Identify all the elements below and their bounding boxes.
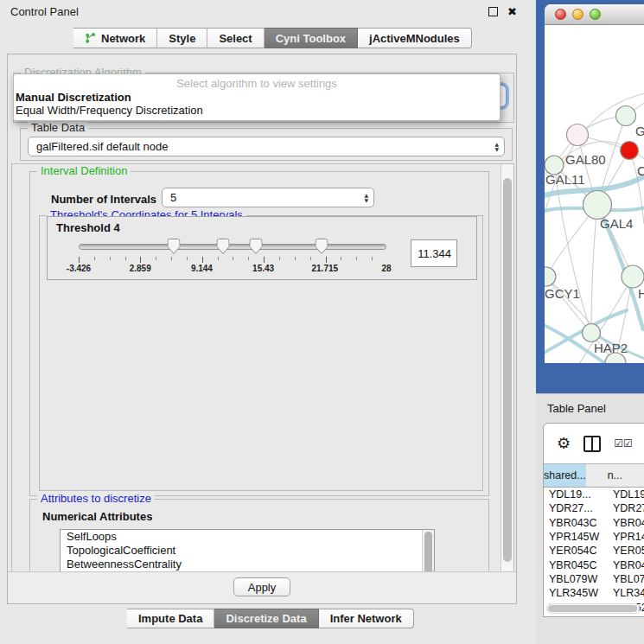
node-gal4[interactable] — [583, 191, 612, 220]
network-window-titlebar[interactable] — [545, 4, 644, 25]
close-panel-icon[interactable]: ✖ — [507, 6, 517, 17]
table-row[interactable]: YBR043C YBR043C — [544, 516, 644, 530]
thresholds-group: Threshold's Coordinates for 5 Intervals … — [39, 215, 483, 491]
tab-impute-data[interactable]: Impute Data — [127, 609, 214, 628]
node-hap2[interactable] — [583, 324, 601, 342]
node-label: GAL11 — [545, 172, 585, 187]
float-window-icon[interactable] — [488, 7, 498, 16]
apply-bar: Apply — [8, 571, 516, 603]
vertical-scrollbar-thumb[interactable] — [503, 178, 512, 562]
top-tab-bar: Network Style — [73, 28, 472, 48]
dropdown-option[interactable]: Manual Discretization — [14, 91, 500, 104]
table-row[interactable]: YDR27... YDR27... — [544, 501, 644, 515]
list-scrollbar-thumb[interactable] — [424, 532, 432, 574]
combo-arrows-icon: ▲▼ — [494, 142, 499, 151]
node-label: GAL80 — [565, 152, 606, 167]
table-toolbar: ⚙ ☑☑ — [544, 424, 644, 463]
select-columns-icon[interactable]: ☑☑ — [614, 437, 633, 450]
list-scrollbar[interactable] — [422, 530, 434, 574]
cyni-toolbox-panel: Discretization Algorithm ▲▼ Select algor… — [7, 54, 517, 604]
list-item[interactable]: TopologicalCoefficient — [61, 544, 434, 558]
table-panel-body: ⚙ ☑☑ shared... n... Y — [543, 423, 644, 617]
node-h[interactable] — [622, 265, 644, 288]
tab-infer-network[interactable]: Infer Network — [319, 609, 414, 628]
dropdown-options: Manual Discretization Equal Width/Freque… — [14, 91, 500, 117]
table-header: shared... n... — [544, 463, 644, 488]
vertical-scrollbar[interactable] — [501, 164, 513, 573]
table-row[interactable]: YLR345W YLR345W — [544, 586, 644, 600]
horizontal-scrollbar-thumb[interactable] — [548, 605, 637, 612]
numerical-attributes-list[interactable]: SelfLoops TopologicalCoefficient Between… — [60, 529, 435, 574]
group-title-attributes: Attributes to discretize — [37, 492, 155, 505]
threshold-label: Threshold 4 — [56, 221, 120, 234]
node-label-partial: C — [637, 163, 644, 178]
settings-scrollpane: Interval Definition Number of Intervals … — [11, 163, 514, 574]
node-gal80[interactable] — [567, 124, 589, 146]
zoom-window-button[interactable] — [590, 9, 601, 20]
columns-icon[interactable] — [583, 436, 601, 452]
table-row[interactable]: YPR145W YPR145W — [544, 530, 644, 544]
table-row[interactable]: YBR045C YBR045C — [544, 558, 644, 571]
bottom-tab-bar: Impute Data Discretize Data Infer Networ… — [127, 609, 414, 628]
tab-network[interactable]: Network — [73, 28, 157, 48]
minimize-window-button[interactable] — [572, 9, 583, 20]
tab-select[interactable]: Select — [207, 28, 264, 48]
app-root: Control Panel ✖ Net — [0, 0, 644, 644]
node-label: GCY1 — [545, 286, 580, 301]
dropdown-hint: Select algorithm to view settings — [14, 77, 500, 91]
node-label-partial: G — [635, 124, 644, 138]
table-row[interactable]: YDL19... YDL19... — [544, 488, 644, 501]
close-window-button[interactable] — [555, 9, 566, 20]
group-title-table-data: Table Data — [28, 121, 88, 134]
dropdown-option[interactable]: Equal Width/Frequency Discretization — [14, 104, 500, 117]
panel-title: Control Panel — [10, 5, 79, 18]
tab-discretize-data[interactable]: Discretize Data — [214, 609, 318, 628]
network-canvas[interactable]: GAL80 GAL11 GAL4 GCY1 HAP2 G C H — [545, 25, 644, 363]
node-label-partial: H — [638, 286, 644, 301]
table-data-combobox[interactable]: galFiltered.sif default node ▲▼ — [28, 137, 505, 156]
network-tab-icon — [85, 32, 96, 44]
node-label: GAL4 — [600, 216, 633, 231]
attributes-group: Attributes to discretize Numerical Attri… — [29, 499, 489, 574]
gear-icon[interactable]: ⚙ — [557, 436, 571, 451]
table-data-group: Table Data galFiltered.sif default node … — [20, 128, 513, 161]
node-selected-red[interactable] — [621, 142, 639, 160]
column-header[interactable]: shared... — [544, 464, 586, 487]
attribute-items: SelfLoops TopologicalCoefficient Between… — [61, 530, 434, 571]
slider-ticks — [79, 257, 386, 263]
apply-button[interactable]: Apply — [233, 577, 290, 596]
network-window-frame: GAL80 GAL11 GAL4 GCY1 HAP2 G C H — [536, 0, 644, 393]
slider-thumb[interactable] — [217, 239, 230, 254]
slider-thumb[interactable] — [316, 239, 328, 254]
node-top-right[interactable] — [616, 106, 636, 126]
algorithm-dropdown-popup: Select algorithm to view settings Manual… — [13, 73, 501, 121]
table-panel: Table Panel ⚙ ☑☑ shared... n... — [536, 393, 644, 644]
combo-arrows-icon: ▲▼ — [364, 193, 368, 202]
network-window: GAL80 GAL11 GAL4 GCY1 HAP2 G C H — [545, 4, 644, 363]
group-title-interval-definition: Interval Definition — [37, 164, 131, 177]
table-row[interactable]: YBL079W YBL079W — [544, 572, 644, 586]
table-row[interactable]: YER054C YER054C — [544, 544, 644, 558]
list-item[interactable]: SelfLoops — [61, 530, 434, 544]
threshold-value-field[interactable]: 11.344 — [411, 239, 457, 267]
window-buttons: ✖ — [488, 6, 517, 17]
control-panel-titlebar: Control Panel ✖ — [0, 0, 536, 22]
column-header[interactable]: n... — [586, 464, 644, 487]
interval-definition-group: Interval Definition Number of Intervals … — [29, 171, 489, 496]
number-of-intervals-combobox[interactable]: 5 ▲▼ — [162, 188, 374, 207]
list-item[interactable]: BetweennessCentrality — [61, 558, 434, 571]
tab-style[interactable]: Style — [157, 28, 207, 48]
slider-track[interactable] — [79, 244, 386, 250]
slider-thumb[interactable] — [250, 239, 263, 254]
numerical-attributes-label: Numerical Attributes — [42, 510, 152, 523]
slider-tick-labels: -3.426 2.859 9.144 15.43 21.715 28 — [79, 264, 386, 274]
tab-jactivemnodules[interactable]: jActiveMNodules — [358, 28, 472, 48]
horizontal-scrollbar[interactable] — [546, 603, 640, 614]
tab-cyni-toolbox[interactable]: Cyni Toolbox — [265, 28, 358, 48]
slider-thumb[interactable] — [168, 239, 181, 254]
control-panel: Control Panel ✖ Net — [0, 0, 536, 644]
node-gcy1[interactable] — [545, 267, 556, 286]
table-panel-title: Table Panel — [536, 394, 644, 415]
number-of-intervals-label: Number of Intervals — [51, 193, 156, 206]
threshold-slider[interactable]: -3.426 2.859 9.144 15.43 21.715 28 — [79, 238, 386, 276]
